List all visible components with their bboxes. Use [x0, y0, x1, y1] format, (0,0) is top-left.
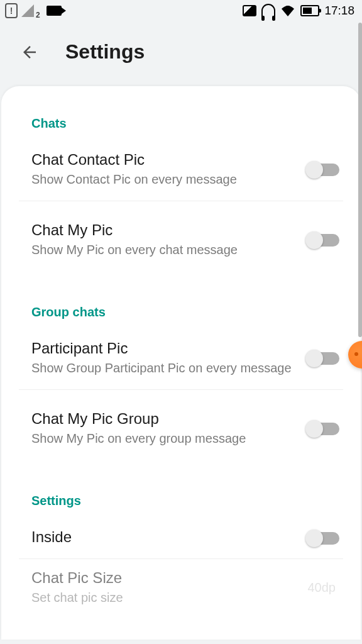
back-button[interactable]: [19, 42, 40, 63]
scrollbar[interactable]: [358, 23, 362, 337]
setting-subtitle: Show Contact Pic on every message: [31, 171, 297, 188]
setting-title: Inside: [31, 528, 297, 546]
status-time: 17:18: [324, 4, 354, 18]
setting-title: Chat My Pic Group: [31, 410, 297, 428]
setting-chat-my-pic[interactable]: Chat My Pic Show My Pic on every chat me…: [19, 216, 343, 271]
headphone-icon: [261, 4, 275, 18]
wifi-icon: [280, 5, 295, 16]
toggle-chat-my-pic[interactable]: [307, 234, 339, 247]
setting-subtitle: Show My Pic on every group message: [31, 430, 297, 447]
section-header-chats: Chats: [19, 116, 343, 131]
sim-alert-icon: [5, 3, 18, 18]
signal-label: 2: [36, 11, 40, 19]
status-left: 2: [5, 3, 62, 18]
settings-card: Chats Chat Contact Pic Show Contact Pic …: [1, 86, 361, 640]
setting-title: Chat Pic Size: [31, 569, 298, 587]
setting-participant-pic[interactable]: Participant Pic Show Group Participant P…: [19, 335, 343, 390]
setting-inside[interactable]: Inside: [19, 523, 343, 559]
section-header-settings: Settings: [19, 494, 343, 508]
status-right: 17:18: [243, 4, 354, 18]
status-bar: 2 17:18: [0, 0, 362, 21]
camera-icon: [47, 6, 62, 16]
page-title: Settings: [65, 40, 145, 64]
setting-subtitle: Show My Pic on every chat message: [31, 242, 297, 258]
arrow-left-icon: [20, 43, 39, 62]
setting-title: Chat My Pic: [31, 221, 297, 239]
setting-chat-my-pic-group[interactable]: Chat My Pic Group Show My Pic on every g…: [19, 405, 343, 460]
setting-title: Chat Contact Pic: [31, 151, 297, 169]
toggle-chat-my-pic-group[interactable]: [307, 423, 339, 435]
setting-title: Participant Pic: [31, 340, 297, 357]
signal-icon: [21, 4, 34, 17]
setting-subtitle: Show Group Participant Pic on every mess…: [31, 360, 297, 377]
app-header: Settings: [0, 21, 362, 86]
section-header-group-chats: Group chats: [19, 305, 343, 319]
setting-subtitle: Set chat pic size: [31, 589, 298, 606]
cast-icon: [243, 5, 256, 16]
battery-icon: [300, 5, 319, 16]
setting-chat-pic-size[interactable]: Chat Pic Size Set chat pic size 40dp: [19, 564, 343, 619]
toggle-inside[interactable]: [307, 532, 339, 545]
setting-chat-contact-pic[interactable]: Chat Contact Pic Show Contact Pic on eve…: [19, 146, 343, 201]
toggle-chat-contact-pic[interactable]: [307, 164, 339, 176]
setting-value: 40dp: [308, 580, 336, 595]
toggle-participant-pic[interactable]: [307, 352, 339, 365]
